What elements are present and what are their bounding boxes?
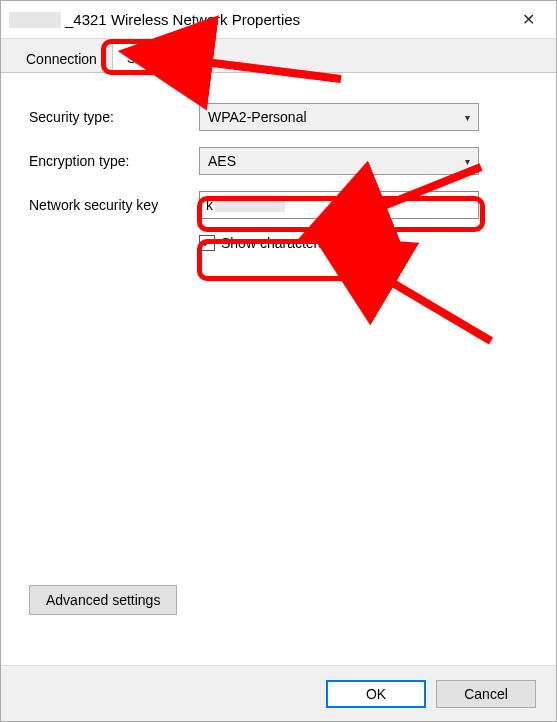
tab-connection[interactable]: Connection [11,44,112,73]
dialog-footer: OK Cancel [1,665,556,721]
encryption-type-dropdown[interactable]: AES ▾ [199,147,479,175]
button-label: OK [366,686,386,702]
row-security-type: Security type: WPA2-Personal ▾ [29,103,528,131]
tab-content-security: Security type: WPA2-Personal ▾ Encryptio… [1,73,556,655]
tab-label: Connection [26,51,97,67]
title-suffix: _4321 Wireless Network Properties [65,11,300,28]
button-label: Advanced settings [46,592,160,608]
network-key-value: k [206,197,213,213]
ok-button[interactable]: OK [326,680,426,708]
properties-dialog: _4321 Wireless Network Properties ✕ Conn… [0,0,557,722]
redacted-ssid [9,12,61,28]
show-characters-checkbox[interactable]: ✓ [199,235,215,251]
network-key-input[interactable]: k [199,191,479,219]
close-button[interactable]: ✕ [508,5,548,35]
security-type-dropdown[interactable]: WPA2-Personal ▾ [199,103,479,131]
advanced-settings-button[interactable]: Advanced settings [29,585,177,615]
network-key-label: Network security key [29,197,199,213]
cancel-button[interactable]: Cancel [436,680,536,708]
chevron-down-icon: ▾ [465,156,470,167]
dropdown-value: AES [208,153,236,169]
titlebar[interactable]: _4321 Wireless Network Properties ✕ [1,1,556,39]
row-show-characters: ✓ Show characters [199,235,528,251]
close-icon: ✕ [522,10,535,29]
chevron-down-icon: ▾ [465,112,470,123]
button-label: Cancel [464,686,508,702]
window-title: _4321 Wireless Network Properties [9,11,508,28]
security-type-label: Security type: [29,109,199,125]
redacted-key-remainder [215,198,285,212]
tab-strip: Connection Security [1,39,556,73]
checkmark-icon: ✓ [202,236,212,250]
row-network-key: Network security key k [29,191,528,219]
tab-security[interactable]: Security [112,43,193,73]
show-characters-label: Show characters [221,235,325,251]
tab-label: Security [127,50,178,66]
row-encryption-type: Encryption type: AES ▾ [29,147,528,175]
encryption-type-label: Encryption type: [29,153,199,169]
dropdown-value: WPA2-Personal [208,109,307,125]
